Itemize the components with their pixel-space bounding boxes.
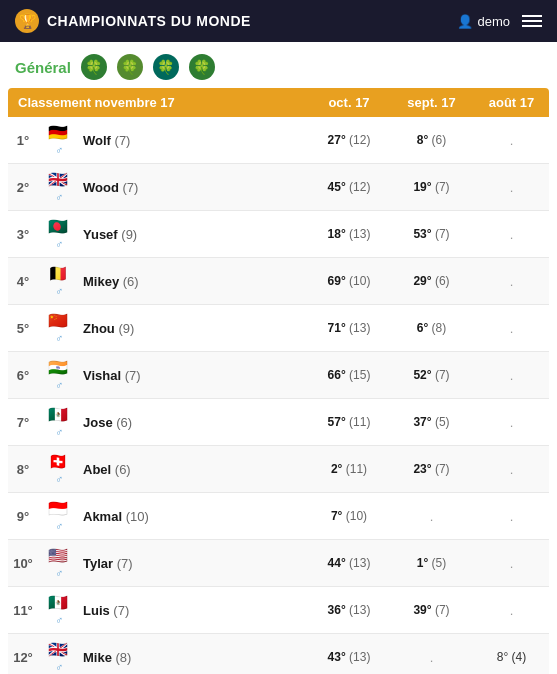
player-name: Wolf	[83, 133, 111, 148]
aout-score-cell: .	[474, 258, 549, 305]
gender-icon: ♂	[55, 238, 63, 250]
header-left: 🏆 CHAMPIONNATS DU MONDE	[15, 9, 251, 33]
sept-rank: 8°	[417, 133, 428, 147]
oct-rank: 27°	[328, 133, 346, 147]
oct-rank: 45°	[328, 180, 346, 194]
sept-score-cell: 37° (5)	[389, 399, 474, 446]
flag-icon: 🇲🇽	[48, 406, 68, 423]
table-body: 1°🇩🇪♂Wolf (7)27° (12)8° (6).2°🇬🇧♂Wood (7…	[8, 117, 549, 674]
gender-icon: ♂	[55, 426, 63, 438]
aout-score-cell: .	[474, 587, 549, 634]
aout-score-cell: 8° (4)	[474, 634, 549, 675]
oct-rank: 18°	[328, 227, 346, 241]
name-cell: Tylar (7)	[78, 540, 309, 587]
demo-label: 👤 demo	[457, 14, 510, 29]
sept-score-cell: 23° (7)	[389, 446, 474, 493]
oct-score-cell: 43° (13)	[309, 634, 389, 675]
rank-cell: 11°	[8, 587, 38, 634]
menu-button[interactable]	[522, 15, 542, 27]
rank-cell: 7°	[8, 399, 38, 446]
medal-1[interactable]: 🍀	[81, 54, 107, 80]
sept-games: (7)	[435, 227, 450, 241]
flag-cell: 🇧🇪♂	[38, 258, 78, 305]
sept-rank: 29°	[413, 274, 431, 288]
games-count: (8)	[116, 650, 132, 665]
rank-cell: 9°	[8, 493, 38, 540]
player-name: Abel	[83, 462, 111, 477]
user-icon: 👤	[457, 14, 473, 29]
sept-games: (7)	[435, 462, 450, 476]
gender-icon: ♂	[55, 661, 63, 673]
flag-cell: 🇨🇳♂	[38, 305, 78, 352]
oct-games: (10)	[349, 274, 370, 288]
sept-games: (7)	[435, 368, 450, 382]
player-name: Luis	[83, 603, 110, 618]
games-count: (7)	[125, 368, 141, 383]
games-count: (7)	[117, 556, 133, 571]
gender-icon: ♂	[55, 144, 63, 156]
name-cell: Akmal (10)	[78, 493, 309, 540]
sept-games: (7)	[435, 180, 450, 194]
flag-icon: 🇨🇳	[48, 312, 68, 329]
sept-rank: 6°	[417, 321, 428, 335]
medal-2[interactable]: 🍀	[117, 54, 143, 80]
aout-score-cell: .	[474, 211, 549, 258]
flag-cell: 🇬🇧♂	[38, 634, 78, 675]
sept-rank: 53°	[413, 227, 431, 241]
aout-score-cell: .	[474, 493, 549, 540]
games-count: (9)	[118, 321, 134, 336]
gender-icon: ♂	[55, 332, 63, 344]
oct-games: (10)	[346, 509, 367, 523]
name-cell: Yusef (9)	[78, 211, 309, 258]
sept-rank: 19°	[413, 180, 431, 194]
table-row: 1°🇩🇪♂Wolf (7)27° (12)8° (6).	[8, 117, 549, 164]
sept-rank: 52°	[413, 368, 431, 382]
flag-icon: 🇬🇧	[48, 641, 68, 658]
oct-games: (12)	[349, 180, 370, 194]
rank-cell: 2°	[8, 164, 38, 211]
flag-icon: 🇺🇸	[48, 547, 68, 564]
games-count: (6)	[123, 274, 139, 289]
oct-games: (15)	[349, 368, 370, 382]
player-name: Wood	[83, 180, 119, 195]
table-row: 2°🇬🇧♂Wood (7)45° (12)19° (7).	[8, 164, 549, 211]
oct-score-cell: 69° (10)	[309, 258, 389, 305]
trophy-icon: 🏆	[15, 9, 39, 33]
col-header-main: Classement novembre 17	[8, 88, 309, 117]
aout-score-cell: .	[474, 540, 549, 587]
medal-3[interactable]: 🍀	[153, 54, 179, 80]
rankings-table-wrapper: Classement novembre 17 oct. 17 sept. 17 …	[0, 88, 557, 674]
oct-rank: 7°	[331, 509, 342, 523]
table-row: 5°🇨🇳♂Zhou (9)71° (13)6° (8).	[8, 305, 549, 352]
games-count: (7)	[122, 180, 138, 195]
oct-games: (11)	[346, 462, 367, 476]
app-container: 🏆 CHAMPIONNATS DU MONDE 👤 demo Général 🍀…	[0, 0, 557, 674]
aout-score-cell: .	[474, 164, 549, 211]
oct-games: (11)	[349, 415, 370, 429]
oct-score-cell: 66° (15)	[309, 352, 389, 399]
flag-cell: 🇲🇽♂	[38, 587, 78, 634]
medal-4[interactable]: 🍀	[189, 54, 215, 80]
aout-score-cell: .	[474, 352, 549, 399]
rank-cell: 6°	[8, 352, 38, 399]
table-row: 4°🇧🇪♂Mikey (6)69° (10)29° (6).	[8, 258, 549, 305]
oct-rank: 2°	[331, 462, 342, 476]
flag-cell: 🇲🇽♂	[38, 399, 78, 446]
oct-score-cell: 57° (11)	[309, 399, 389, 446]
name-cell: Luis (7)	[78, 587, 309, 634]
games-count: (7)	[115, 133, 131, 148]
name-cell: Zhou (9)	[78, 305, 309, 352]
flag-icon: 🇬🇧	[48, 171, 68, 188]
aout-score-cell: .	[474, 446, 549, 493]
flag-cell: 🇮🇩♂	[38, 493, 78, 540]
aout-score-cell: .	[474, 399, 549, 446]
sept-rank: 1°	[417, 556, 428, 570]
flag-icon: 🇮🇩	[48, 500, 68, 517]
col-header-aout: août 17	[474, 88, 549, 117]
player-name: Yusef	[83, 227, 118, 242]
table-header-row: Classement novembre 17 oct. 17 sept. 17 …	[8, 88, 549, 117]
gender-icon: ♂	[55, 614, 63, 626]
name-cell: Abel (6)	[78, 446, 309, 493]
gender-icon: ♂	[55, 379, 63, 391]
oct-score-cell: 7° (10)	[309, 493, 389, 540]
